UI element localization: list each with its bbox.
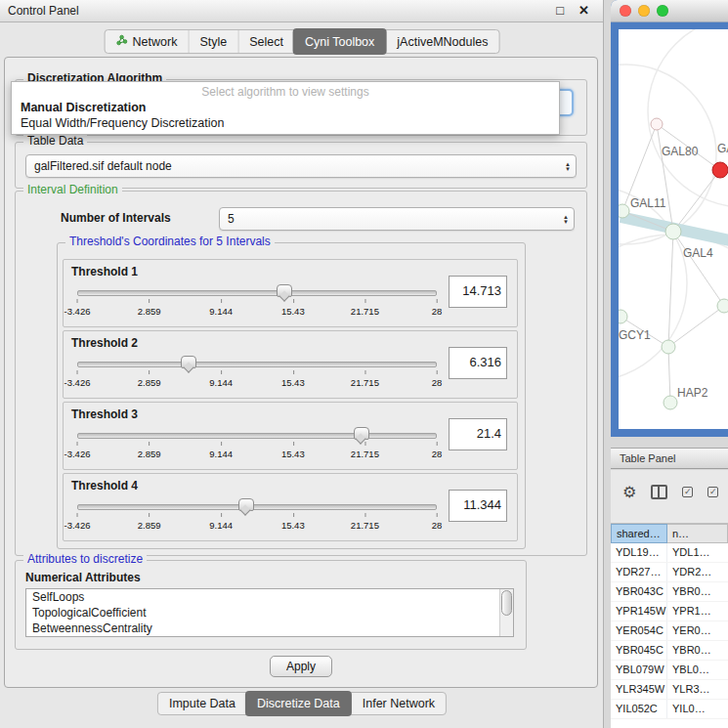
threshold-3-slider[interactable] [77, 426, 437, 444]
tab-infer-network[interactable]: Infer Network [351, 693, 446, 714]
tick-label: 28 [432, 520, 443, 531]
slider-thumb[interactable] [238, 498, 254, 511]
tick-label: -3.426 [64, 449, 91, 459]
network-node[interactable] [619, 204, 629, 218]
table-cell[interactable]: YBL079W [611, 661, 667, 679]
table-body: YDL19…YDL1…YDR27…YDR2…YBR043CYBR0…YPR145… [611, 543, 728, 719]
network-node[interactable] [619, 310, 627, 323]
tick-label: 21.715 [351, 306, 379, 317]
network-edge[interactable] [673, 170, 720, 232]
table-cell[interactable]: YPR1… [667, 602, 728, 621]
table-cell[interactable]: YIL0… [667, 700, 728, 718]
threshold-4-value-field[interactable]: 11.344 [449, 490, 507, 522]
close-window-icon[interactable]: ✕ [578, 3, 589, 18]
column-header-name[interactable]: n… [667, 524, 728, 543]
threshold-4-slider[interactable] [77, 497, 437, 515]
tab-cyni-toolbox[interactable]: Cyni Toolbox [293, 28, 386, 55]
table-cell[interactable]: YBR043C [611, 582, 667, 601]
dropdown-option-manual-discretization[interactable]: Manual Discretization [12, 100, 559, 115]
tick-label: 15.43 [281, 377, 305, 388]
network-node[interactable] [712, 162, 728, 178]
numerical-attributes-list[interactable]: SelfLoops TopologicalCoefficient Between… [25, 588, 514, 637]
scrollbar-thumb[interactable] [501, 590, 512, 616]
table-row[interactable]: YBR045CYBR0… [611, 641, 728, 661]
tab-select[interactable]: Select [237, 30, 294, 53]
tab-discretize-data[interactable]: Discretize Data [245, 691, 352, 716]
slider-track[interactable] [77, 504, 437, 510]
network-node[interactable] [651, 118, 663, 130]
checkbox-icon[interactable]: ✓ [707, 487, 718, 497]
dropdown-option-equal-width-frequency[interactable]: Equal Width/Frequency Discretization [12, 115, 559, 131]
tick-label: 2.859 [138, 520, 161, 531]
table-cell[interactable]: YDL19… [611, 543, 667, 562]
table-cell[interactable]: YBR0… [667, 641, 728, 660]
tick-label: 21.715 [351, 377, 379, 388]
table-cell[interactable]: YPR145W [611, 602, 667, 621]
network-node[interactable] [665, 224, 681, 239]
gear-icon[interactable]: ⚙ [622, 483, 636, 501]
slider-track[interactable] [77, 433, 437, 439]
tab-jactivemodules[interactable]: jActiveMNodules [385, 30, 498, 53]
table-cell[interactable]: YBR0… [667, 582, 728, 601]
list-item[interactable]: SelfLoops [26, 589, 513, 605]
slider-thumb[interactable] [354, 427, 369, 440]
threshold-2-value-field[interactable]: 6.316 [449, 347, 507, 379]
network-edge[interactable] [668, 232, 673, 347]
threshold-1-value-field[interactable]: 14.713 [449, 276, 507, 308]
list-item[interactable]: TopologicalCoefficient [26, 605, 513, 621]
columns-icon[interactable] [651, 485, 667, 499]
table-row[interactable]: YER054CYER0… [611, 621, 728, 641]
table-row[interactable]: YIL052CYIL0… [611, 700, 728, 719]
table-cell[interactable]: YER0… [667, 621, 728, 640]
tick-label: 28 [432, 449, 443, 459]
table-cell[interactable]: YER054C [611, 621, 667, 640]
table-data-combobox[interactable]: galFiltered.sif default node ▲▼ [25, 154, 577, 178]
threshold-3-value-field[interactable]: 21.4 [449, 418, 507, 450]
close-traffic-light-icon[interactable] [620, 5, 631, 17]
list-item[interactable]: BetweennessCentrality [26, 621, 513, 636]
table-cell[interactable]: YLR3… [667, 680, 728, 699]
cyni-bottom-tabbar: Impute Data Discretize Data Infer Networ… [157, 692, 447, 715]
threshold-1-slider[interactable] [77, 283, 437, 301]
network-canvas[interactable]: GAL80GAGAL11GAL4GCY1HAP2 [619, 29, 728, 429]
network-node[interactable] [717, 299, 728, 313]
network-edge[interactable] [668, 347, 670, 403]
tab-impute-data[interactable]: Impute Data [158, 693, 246, 714]
tab-network[interactable]: Network [106, 30, 189, 53]
attributes-to-discretize-group: Attributes to discretize Numerical Attri… [15, 560, 527, 650]
table-cell[interactable]: YBR045C [611, 641, 667, 660]
zoom-traffic-light-icon[interactable] [657, 5, 668, 17]
table-row[interactable]: YBR043CYBR0… [611, 582, 728, 602]
tick-label: -3.426 [64, 377, 91, 388]
table-row[interactable]: YLR345WYLR3… [611, 680, 728, 700]
slider-thumb[interactable] [277, 284, 292, 297]
column-header-shared-name[interactable]: shared… [611, 524, 667, 543]
network-node[interactable] [664, 396, 677, 409]
threshold-2-slider[interactable] [77, 355, 437, 372]
table-cell[interactable]: YLR345W [611, 680, 667, 699]
table-cell[interactable]: YDR2… [667, 563, 728, 581]
tick-label: 2.859 [138, 306, 161, 317]
float-window-icon[interactable]: □ [556, 3, 564, 18]
table-row[interactable]: YDL19…YDL1… [611, 543, 728, 563]
table-cell[interactable]: YBL0… [667, 661, 728, 679]
checkbox-icon[interactable]: ✓ [682, 487, 693, 497]
network-node[interactable] [662, 340, 675, 354]
node-table: shared… n… YDL19…YDL1…YDR27…YDR2…YBR043C… [611, 523, 728, 728]
slider-track[interactable] [77, 362, 437, 367]
list-scrollbar[interactable] [499, 589, 513, 636]
tick-label: 9.144 [209, 449, 233, 459]
table-cell[interactable]: YDR27… [611, 563, 667, 581]
table-row[interactable]: YPR145WYPR1… [611, 602, 728, 621]
table-cell[interactable]: YIL052C [611, 700, 667, 718]
table-row[interactable]: YBL079WYBL0… [611, 661, 728, 680]
table-row[interactable]: YDR27…YDR2… [611, 563, 728, 582]
slider-track[interactable] [77, 290, 437, 296]
tab-style[interactable]: Style [188, 30, 237, 53]
minimize-traffic-light-icon[interactable] [638, 5, 650, 17]
apply-button[interactable]: Apply [270, 656, 332, 677]
number-of-intervals-combobox[interactable]: 5 ▲▼ [219, 207, 575, 231]
network-canvas-svg[interactable]: GAL80GAGAL11GAL4GCY1HAP2 [619, 29, 728, 429]
slider-thumb[interactable] [181, 356, 196, 368]
table-cell[interactable]: YDL1… [667, 543, 728, 562]
